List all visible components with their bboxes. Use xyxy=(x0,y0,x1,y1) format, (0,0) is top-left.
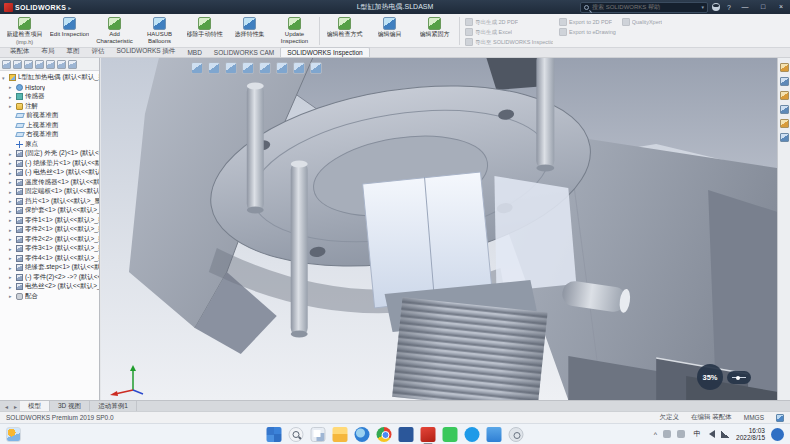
tree-item-front-plane[interactable]: 前视基准面 xyxy=(1,111,99,121)
expand-arrow-icon[interactable] xyxy=(2,75,7,81)
tab-model[interactable]: 模型 xyxy=(20,401,50,411)
search-dropdown-icon[interactable]: ▾ xyxy=(701,4,704,10)
ribbon-button-edit-inspection-method[interactable]: 编辑检查方式 xyxy=(322,15,367,47)
edge-browser-icon[interactable] xyxy=(355,427,370,442)
task-view-icon[interactable] xyxy=(311,427,326,442)
tree-item-origin[interactable]: 原点 xyxy=(1,140,99,150)
close-button[interactable]: × xyxy=(774,1,788,13)
expand-arrow-icon[interactable] xyxy=(9,265,14,271)
tree-item-component[interactable]: 零件2<2> (默认<<默认>_显示状... xyxy=(1,235,99,245)
tree-item-history[interactable]: History xyxy=(1,83,99,93)
tree-item-component[interactable]: 保护套<1> (默认<<默认>_显示... xyxy=(1,206,99,216)
help-search-box[interactable]: ▾ xyxy=(580,2,708,13)
solidworks-resources-icon[interactable] xyxy=(780,63,789,72)
file-explorer-pane-icon[interactable] xyxy=(780,91,789,100)
word-icon[interactable] xyxy=(399,427,414,442)
expand-arrow-icon[interactable] xyxy=(9,151,14,157)
expand-arrow-icon[interactable] xyxy=(9,293,14,299)
section-view-icon[interactable] xyxy=(225,62,237,74)
expand-arrow-icon[interactable] xyxy=(9,217,14,223)
mail-icon[interactable] xyxy=(487,427,502,442)
network-icon[interactable] xyxy=(721,431,730,438)
edit-appearance-icon[interactable] xyxy=(293,62,305,74)
tab-sketch[interactable]: 草图 xyxy=(61,46,86,57)
tab-motion-study[interactable]: 运动算例1 xyxy=(90,401,137,411)
minimize-button[interactable]: — xyxy=(738,1,752,13)
expand-arrow-icon[interactable] xyxy=(9,236,14,242)
app-logo[interactable]: SOLIDWORKS ▸ xyxy=(0,3,75,12)
weather-widget-icon[interactable] xyxy=(6,427,21,442)
expand-arrow-icon[interactable] xyxy=(9,246,14,252)
ribbon-button-select-characteristic-set[interactable]: 选择特性集 xyxy=(227,15,272,47)
tag-icon[interactable] xyxy=(776,414,784,422)
expand-arrow-icon[interactable] xyxy=(9,103,14,109)
tree-item-top-plane[interactable]: 上视基准面 xyxy=(1,121,99,131)
chrome-browser-icon[interactable] xyxy=(377,427,392,442)
hide-show-items-icon[interactable] xyxy=(276,62,288,74)
zoom-slider-handle[interactable] xyxy=(732,377,746,378)
expand-arrow-icon[interactable] xyxy=(9,198,14,204)
ribbon-button-balloons[interactable]: HAUSUB Balloons xyxy=(137,15,182,47)
expand-arrow-icon[interactable] xyxy=(9,189,14,195)
custom-properties-icon[interactable] xyxy=(780,133,789,142)
view-palette-icon[interactable] xyxy=(780,105,789,114)
zoom-area-icon[interactable] xyxy=(208,62,220,74)
tab-evaluate[interactable]: 评估 xyxy=(86,46,111,57)
user-account-icon[interactable] xyxy=(712,3,720,11)
menu-expand-arrow-icon[interactable]: ▸ xyxy=(68,4,71,11)
tray-icon[interactable] xyxy=(663,430,671,438)
tree-item-component[interactable]: 温度传感器<1> (默认<<默认>_显... xyxy=(1,178,99,188)
units-selector[interactable]: MMGS xyxy=(744,414,764,421)
tab-assembly[interactable]: 装配体 xyxy=(4,46,36,57)
configurationmanager-tab[interactable] xyxy=(24,60,33,69)
ribbon-button-add-characteristic[interactable]: Add Characteristic xyxy=(92,15,137,47)
tree-item-component[interactable]: (-) 绝缘垫片<1> (默认<<默认>_显... xyxy=(1,159,99,169)
3d-model-canvas[interactable] xyxy=(101,58,790,400)
display-style-icon[interactable] xyxy=(259,62,271,74)
tree-item-component[interactable]: (-) 零件(2)<2> ->? (默认<<默认... xyxy=(1,273,99,283)
wechat-icon[interactable] xyxy=(443,427,458,442)
tab-addins[interactable]: SOLIDWORKS 插件 xyxy=(111,46,182,57)
expand-arrow-icon[interactable] xyxy=(9,208,14,214)
tree-item-component[interactable]: 零件1<1> (默认<<默认>_显示状态... xyxy=(1,216,99,226)
graphics-area[interactable]: 35% xyxy=(101,58,790,400)
expand-arrow-icon[interactable] xyxy=(9,179,14,185)
ribbon-button-edit-catalog[interactable]: 编辑编目 xyxy=(367,15,412,47)
dimxpertmanager-tab[interactable] xyxy=(35,60,44,69)
tab-scroll-left-icon[interactable]: ◂ xyxy=(2,401,11,411)
expand-arrow-icon[interactable] xyxy=(9,94,14,100)
file-explorer-icon[interactable] xyxy=(333,427,348,442)
tree-item-component[interactable]: 绝缘套.step<1> (默认<<默认>... xyxy=(1,263,99,273)
ime-indicator[interactable]: 中 xyxy=(691,429,703,439)
tree-item-assembly-root[interactable]: L型缸加热电偶 (默认<默认_显示状态-1... xyxy=(1,73,99,83)
tree-item-right-plane[interactable]: 右视基准面 xyxy=(1,130,99,140)
help-icon[interactable]: ? xyxy=(724,4,734,11)
zoom-slider[interactable] xyxy=(727,371,751,384)
taskbar-search-icon[interactable] xyxy=(289,427,304,442)
qq-icon[interactable] xyxy=(465,427,480,442)
expand-arrow-icon[interactable] xyxy=(9,170,14,176)
tab-3d-views[interactable]: 3D 视图 xyxy=(50,401,90,411)
cam-manager-tab[interactable] xyxy=(57,60,66,69)
tray-expand-button[interactable]: ^ xyxy=(654,431,657,438)
ribbon-button-new-inspection[interactable]: 新建检查项目 (imp.h) xyxy=(2,15,47,47)
expand-arrow-icon[interactable] xyxy=(9,274,14,280)
ribbon-button-update-inspection-project[interactable]: Update Inspection Project xyxy=(272,15,317,47)
expand-arrow-icon[interactable] xyxy=(9,84,14,90)
solidworks-taskbar-icon[interactable] xyxy=(421,427,436,442)
ribbon-button-remove-manual-characteristic[interactable]: 移除手动特性 xyxy=(182,15,227,47)
propertymanager-tab[interactable] xyxy=(13,60,22,69)
tree-item-component[interactable]: 零件3<1> (默认<<默认>_显示状... xyxy=(1,244,99,254)
tray-icon[interactable] xyxy=(677,430,685,438)
expand-arrow-icon[interactable] xyxy=(9,255,14,261)
inspection-manager-tab[interactable] xyxy=(68,60,77,69)
tree-item-component[interactable]: (-) 电热丝<1> (默认<<默认>_显示... xyxy=(1,168,99,178)
apply-scene-icon[interactable] xyxy=(310,62,322,74)
expand-arrow-icon[interactable] xyxy=(9,227,14,233)
settings-icon[interactable] xyxy=(509,427,524,442)
expand-arrow-icon[interactable] xyxy=(9,284,14,290)
tab-cam[interactable]: SOLIDWORKS CAM xyxy=(208,48,280,57)
tree-item-component[interactable]: 电热丝<2> (默认<<默认>_显示状... xyxy=(1,282,99,292)
view-orientation-icon[interactable] xyxy=(242,62,254,74)
featuremanager-tree-tab[interactable] xyxy=(2,60,11,69)
